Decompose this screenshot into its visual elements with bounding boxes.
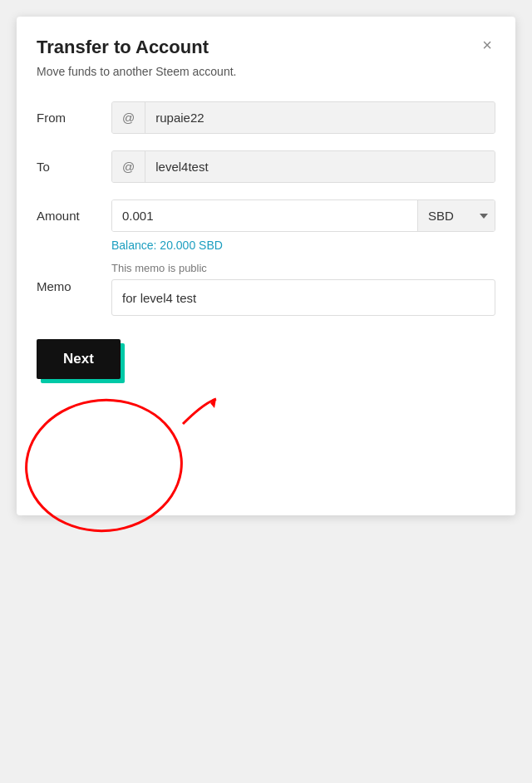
from-input-wrapper: @ <box>111 101 495 134</box>
to-row: To @ <box>37 150 495 183</box>
to-input[interactable] <box>145 151 495 182</box>
memo-label: Memo <box>37 279 111 293</box>
to-at-symbol: @ <box>112 151 145 182</box>
annotation-arrow <box>179 395 220 428</box>
balance-text: Balance: 20.000 SBD <box>111 239 495 252</box>
to-input-wrapper: @ <box>111 150 495 183</box>
svg-marker-0 <box>210 399 216 408</box>
amount-input-wrapper: SBD STEEM <box>111 199 495 232</box>
dialog-subtitle: Move funds to another Steem account. <box>37 65 495 78</box>
annotation-circle <box>19 392 188 539</box>
transfer-dialog: Transfer to Account × Move funds to anot… <box>17 17 515 515</box>
dialog-title: Transfer to Account <box>37 37 209 58</box>
amount-label: Amount <box>37 209 111 223</box>
memo-hint: This memo is public <box>111 262 495 274</box>
amount-input[interactable] <box>112 200 417 231</box>
from-row: From @ <box>37 101 495 134</box>
next-button[interactable]: Next <box>37 339 121 379</box>
to-label: To <box>37 160 111 174</box>
memo-input[interactable] <box>111 279 495 316</box>
next-button-wrapper: Next <box>37 339 121 379</box>
amount-row: Amount SBD STEEM <box>37 199 495 232</box>
from-at-symbol: @ <box>112 102 145 133</box>
currency-select[interactable]: SBD STEEM <box>417 200 495 231</box>
from-label: From <box>37 111 111 125</box>
from-input[interactable] <box>145 102 495 133</box>
dialog-header: Transfer to Account × <box>37 37 495 58</box>
memo-row: Memo <box>37 279 495 316</box>
close-button[interactable]: × <box>479 37 495 53</box>
